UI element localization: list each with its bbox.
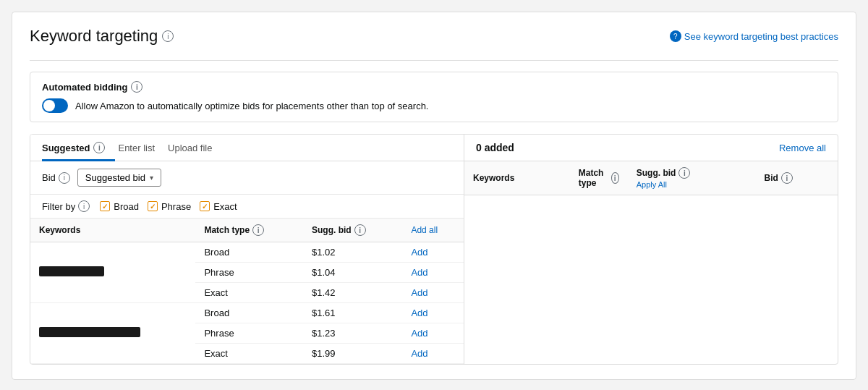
add-button[interactable]: Add	[411, 348, 427, 359]
right-match-type-col-header: Match type i	[570, 161, 628, 195]
filter-broad-checkbox[interactable]: ✓ Broad	[100, 201, 139, 212]
broad-checkbox-box: ✓	[100, 201, 110, 211]
remove-all-button[interactable]: Remove all	[779, 143, 826, 153]
bid-label-text: Bid	[42, 172, 56, 183]
bid-dropdown-value: Suggested bid	[85, 172, 145, 183]
match-type-info-icon[interactable]: i	[252, 224, 264, 236]
sugg-bid-cell: $1.23	[303, 323, 402, 344]
help-link[interactable]: ? See keyword targeting best practices	[670, 30, 838, 42]
add-cell: Add	[402, 283, 464, 303]
filter-checkbox-group: ✓ Broad ✓ Phrase ✓ Exact	[100, 201, 237, 212]
sugg-bid-col-label: Sugg. bid	[312, 225, 352, 235]
add-all-col-header: Add all	[402, 219, 464, 242]
tabs-bar: Suggested i Enter list Upload file	[30, 135, 464, 161]
right-sugg-bid-col-label: Sugg. bid	[637, 168, 676, 178]
keywords-table: Keywords Match type i	[30, 219, 464, 364]
sugg-bid-info-icon[interactable]: i	[354, 224, 366, 236]
toggle-track	[42, 98, 68, 113]
automated-bidding-info-icon[interactable]: i	[131, 81, 142, 93]
broad-label: Broad	[114, 201, 139, 212]
table-row: Broad$1.02Add	[30, 242, 464, 263]
right-panel: 0 added Remove all Keywords Match type	[464, 135, 838, 364]
match-type-col-label: Match type	[204, 225, 250, 235]
tab-suggested[interactable]: Suggested i	[42, 135, 115, 161]
add-all-button[interactable]: Add all	[411, 225, 438, 235]
sugg-bid-cell: $1.42	[303, 283, 402, 303]
bid-label: Bid i	[42, 172, 70, 184]
add-button[interactable]: Add	[411, 287, 427, 298]
main-content: Suggested i Enter list Upload file Bid i…	[30, 134, 838, 365]
exact-checkbox-box: ✓	[200, 201, 210, 211]
match-type-cell: Broad	[195, 242, 303, 263]
right-keywords-col-header: Keywords	[464, 161, 570, 195]
filter-info-icon[interactable]: i	[78, 200, 90, 212]
right-bid-col-header: Bid i	[756, 161, 838, 195]
tab-enter-list[interactable]: Enter list	[118, 135, 165, 161]
filter-phrase-checkbox[interactable]: ✓ Phrase	[148, 201, 191, 212]
right-keywords-col-label: Keywords	[473, 173, 514, 183]
bid-dropdown[interactable]: Suggested bid ▾	[77, 169, 161, 187]
add-button[interactable]: Add	[411, 328, 427, 339]
keyword-cell	[30, 242, 195, 303]
add-cell: Add	[402, 344, 464, 364]
filter-label: Filter by i	[42, 200, 90, 212]
page-title-info-icon[interactable]: i	[162, 30, 174, 42]
match-type-cell: Exact	[195, 283, 303, 303]
exact-label: Exact	[213, 201, 237, 212]
keywords-col-header: Keywords	[30, 219, 195, 242]
exact-check-icon: ✓	[202, 203, 208, 211]
right-table-head: Keywords Match type i	[464, 161, 838, 195]
apply-all-button[interactable]: Apply All	[637, 180, 667, 189]
keywords-col-label: Keywords	[39, 225, 80, 235]
sugg-bid-cell: $1.99	[303, 344, 402, 364]
tab-suggested-info-icon[interactable]: i	[93, 142, 105, 153]
add-button[interactable]: Add	[411, 308, 427, 318]
right-match-type-info-icon[interactable]: i	[611, 172, 619, 184]
match-type-cell: Broad	[195, 303, 303, 323]
right-bid-col-label: Bid	[765, 173, 778, 183]
keywords-table-head: Keywords Match type i	[30, 219, 464, 242]
sugg-bid-col-header: Sugg. bid i	[303, 219, 402, 242]
tab-enter-list-label: Enter list	[118, 143, 155, 153]
bid-info-icon[interactable]: i	[59, 172, 70, 184]
add-cell: Add	[402, 242, 464, 263]
toggle-label-text: Allow Amazon to automatically optimize b…	[75, 101, 428, 111]
toggle-thumb	[43, 100, 55, 111]
match-type-col-header: Match type i	[195, 219, 303, 242]
right-table: Keywords Match type i	[464, 161, 838, 195]
sugg-bid-cell: $1.04	[303, 263, 402, 283]
automated-bidding-title: Automated bidding i	[42, 81, 826, 93]
keywords-table-body: Broad$1.02AddPhrase$1.04AddExact$1.42Add…	[30, 242, 464, 364]
add-button[interactable]: Add	[411, 267, 427, 278]
help-circle-icon: ?	[670, 30, 681, 42]
tab-upload-file[interactable]: Upload file	[168, 135, 222, 161]
page-header: Keyword targeting i ? See keyword target…	[30, 27, 838, 46]
automated-bidding-toggle[interactable]	[42, 98, 68, 113]
keywords-table-container: Keywords Match type i	[30, 219, 464, 364]
right-sugg-bid-info-icon[interactable]: i	[678, 167, 690, 179]
match-type-cell: Phrase	[195, 263, 303, 283]
right-bid-info-icon[interactable]: i	[781, 172, 793, 184]
sugg-bid-cell: $1.61	[303, 303, 402, 323]
right-panel-header: 0 added Remove all	[464, 135, 838, 161]
left-panel: Suggested i Enter list Upload file Bid i…	[30, 135, 464, 364]
tab-upload-file-label: Upload file	[168, 143, 212, 153]
filter-row: Filter by i ✓ Broad ✓ Phrase	[30, 195, 464, 219]
bid-dropdown-chevron-icon: ▾	[150, 174, 153, 182]
tab-suggested-label: Suggested	[42, 143, 90, 153]
page-container: Keyword targeting i ? See keyword target…	[12, 12, 856, 380]
keyword-cell	[30, 303, 195, 364]
page-title: Keyword targeting i	[30, 27, 174, 46]
keyword-bar	[39, 327, 140, 337]
page-title-text: Keyword targeting	[30, 27, 158, 46]
match-type-cell: Exact	[195, 344, 303, 364]
automated-bidding-section: Automated bidding i Allow Amazon to auto…	[30, 72, 838, 122]
right-match-type-col-label: Match type	[579, 168, 608, 188]
bid-row: Bid i Suggested bid ▾	[30, 161, 464, 195]
toggle-row: Allow Amazon to automatically optimize b…	[42, 98, 826, 113]
filter-label-text: Filter by	[42, 201, 75, 212]
keyword-bar	[39, 266, 104, 276]
add-button[interactable]: Add	[411, 247, 427, 258]
phrase-checkbox-box: ✓	[148, 201, 158, 211]
filter-exact-checkbox[interactable]: ✓ Exact	[200, 201, 237, 212]
